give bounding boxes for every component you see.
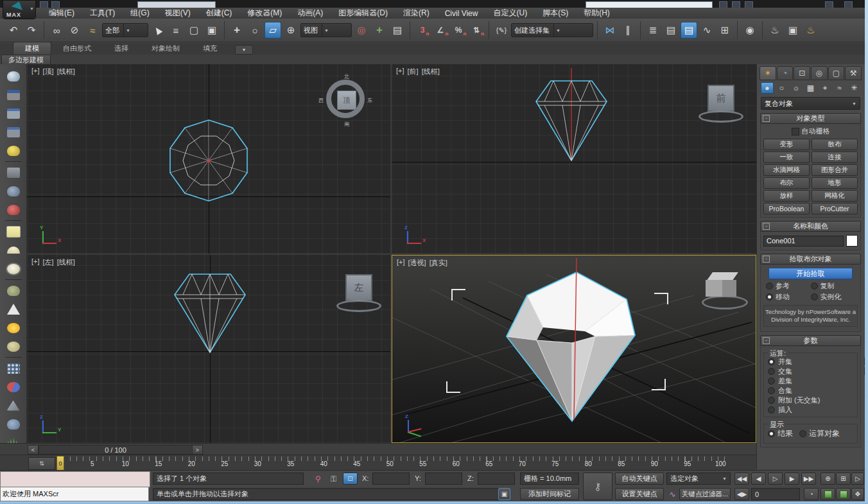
play-button[interactable]: ▷ (768, 473, 783, 485)
trackbar-right-button[interactable]: > (192, 445, 203, 455)
conform-button[interactable]: 一致 (763, 152, 810, 163)
menu-item[interactable]: 动画(A) (290, 8, 331, 19)
absolute-offset-toggle[interactable]: ⊡ (343, 473, 358, 485)
y-coordinate-input[interactable] (425, 473, 462, 485)
render-teapot-icon[interactable] (4, 67, 22, 85)
mirror-button[interactable]: ⋈ (602, 22, 618, 39)
rectangular-selection-region-button[interactable]: ▢ (186, 22, 202, 39)
tab-modify[interactable]: ◔ (777, 66, 794, 80)
selection-set-dropdown[interactable]: 选定对象 ▼ (666, 473, 731, 485)
viewport-top[interactable]: [+] [顶] [线框] 顶 北 南 东 西 Y X (27, 64, 390, 254)
attach-radio[interactable] (768, 397, 775, 404)
unlink-selection-button[interactable]: ⊘ (66, 22, 83, 39)
application-menu-button[interactable]: MAX ▼ (3, 0, 36, 19)
boolean-button[interactable]: 布尔 (763, 177, 810, 189)
viewport-menu-plus[interactable]: [+] (396, 67, 404, 76)
viewcube-ring[interactable] (702, 295, 748, 309)
menu-item[interactable]: Civil View (437, 9, 486, 18)
menu-item[interactable]: 创建(C) (198, 8, 240, 19)
frame-range-display[interactable]: 0 / 100 (39, 445, 193, 455)
named-selection-sets-dropdown[interactable]: 创建选择集 ▼ (511, 23, 593, 37)
bind-to-space-warp-button[interactable]: ≈ (84, 22, 101, 39)
previous-frame-button[interactable]: ◀ (751, 473, 766, 485)
current-frame-input[interactable]: 0 (751, 488, 800, 500)
environment-dialog-icon[interactable] (4, 123, 22, 141)
menu-item[interactable]: 渲染(R) (395, 8, 437, 19)
ribbon-tab-populate[interactable]: 填充 (191, 42, 229, 55)
rollout-header[interactable]: - 拾取布尔对象 (760, 254, 861, 265)
viewcube-face[interactable]: 左 (345, 274, 372, 301)
viewcube-face[interactable]: 前 (707, 85, 734, 112)
menu-item[interactable]: 编辑(E) (41, 8, 82, 19)
time-tag-icon[interactable]: ▣ (498, 488, 510, 500)
key-mode-toggle-button[interactable]: ◀▶ (734, 488, 749, 500)
loft-button[interactable]: 放样 (763, 190, 810, 202)
pin-icon[interactable]: ⚲ (312, 473, 324, 485)
area-light-icon[interactable] (4, 223, 22, 240)
instance-radio[interactable] (811, 293, 818, 300)
select-object-button[interactable] (150, 22, 166, 39)
material-editor-button[interactable]: ◉ (742, 22, 758, 39)
geometry-category-dropdown[interactable]: 复合对象 ▼ (761, 97, 860, 110)
wire-teapot-icon[interactable] (4, 282, 22, 299)
keyboard-shortcut-override-button[interactable]: + (371, 22, 388, 39)
select-and-rotate-button[interactable]: ○ (247, 22, 263, 39)
collapse-icon[interactable]: - (763, 256, 770, 263)
sphere-object-icon[interactable] (4, 338, 22, 355)
sphere-light-icon[interactable] (4, 260, 22, 277)
set-key-button[interactable]: 设置关键点 (615, 488, 664, 500)
viewcube-ring[interactable] (336, 300, 381, 312)
zoom-all-button[interactable]: ⊞ (836, 473, 851, 485)
insert-radio[interactable] (768, 406, 775, 413)
x-coordinate-input[interactable] (372, 473, 410, 485)
viewport-perspective[interactable]: [+] [透视] [真实] Z (392, 255, 756, 443)
category-geometry[interactable]: ● (761, 82, 774, 94)
proboolean-button[interactable]: ProBoolean (763, 203, 810, 214)
key-filter-wave-icon[interactable]: ∿ (666, 488, 679, 500)
tab-hierarchy[interactable]: ⊡ (794, 66, 810, 80)
start-picking-button[interactable]: 开始拾取 (768, 268, 853, 279)
dome-light-icon[interactable] (4, 241, 22, 259)
menu-item[interactable]: 工具(T) (82, 8, 123, 19)
category-helpers[interactable]: ⌖ (819, 82, 831, 94)
object-color-swatch[interactable] (846, 235, 858, 247)
time-configuration-button[interactable]: ◔ (804, 488, 819, 500)
merge-radio[interactable] (768, 387, 775, 394)
rendered-frame-window-button[interactable]: ▣ (785, 22, 801, 39)
trackbar-left-button[interactable]: < (28, 445, 39, 455)
scene-explorer-toggle-button[interactable]: ▤ (681, 22, 697, 39)
light-lister-icon[interactable] (4, 142, 22, 159)
category-lights[interactable]: ☼ (790, 82, 803, 94)
menu-item[interactable]: 帮助(H) (576, 8, 618, 19)
ribbon-tab-object-paint[interactable]: 对象绘制 (140, 42, 191, 55)
viewport-menu-plus[interactable]: [+] (397, 258, 405, 268)
operands-radio[interactable] (799, 430, 806, 437)
render-setup-button[interactable]: ♨ (767, 22, 783, 39)
collapse-icon[interactable]: - (763, 115, 770, 122)
compass-east[interactable]: 东 (367, 97, 372, 104)
reference-radio[interactable] (766, 282, 773, 290)
sun-light-icon[interactable] (4, 319, 22, 336)
cone-object-icon[interactable] (4, 300, 22, 318)
time-slider[interactable]: 0 (56, 456, 64, 471)
union-radio[interactable] (768, 358, 775, 365)
result-radio[interactable] (768, 430, 775, 437)
key-filters-button[interactable]: 关键点过滤器... (679, 488, 731, 500)
procutter-button[interactable]: ProCutter (812, 203, 858, 214)
menu-item[interactable]: 自定义(U) (485, 8, 535, 19)
layer-manager-button[interactable]: ≣ (645, 22, 661, 39)
tab-create[interactable]: ✶ (759, 66, 776, 80)
rollout-header[interactable]: - 名称和颜色 (760, 221, 861, 232)
ribbon-tab-modeling[interactable]: 建模 (13, 42, 51, 55)
viewcube-front[interactable]: 前 (699, 83, 743, 122)
isolate-selection-button[interactable]: ▤ (389, 22, 406, 39)
percent-snap-toggle-button[interactable]: %n (450, 22, 467, 39)
viewcube-ring[interactable] (699, 110, 743, 123)
terrain-button[interactable]: 地形 (812, 177, 858, 189)
select-by-name-button[interactable]: ≡ (168, 22, 184, 39)
menu-item[interactable]: 修改器(M) (239, 8, 290, 19)
rollout-header[interactable]: - 对象类型 (760, 113, 861, 124)
maxscript-listener-pink[interactable] (0, 471, 150, 487)
collapse-icon[interactable]: - (763, 337, 770, 344)
viewcube-front-face[interactable] (706, 280, 722, 297)
